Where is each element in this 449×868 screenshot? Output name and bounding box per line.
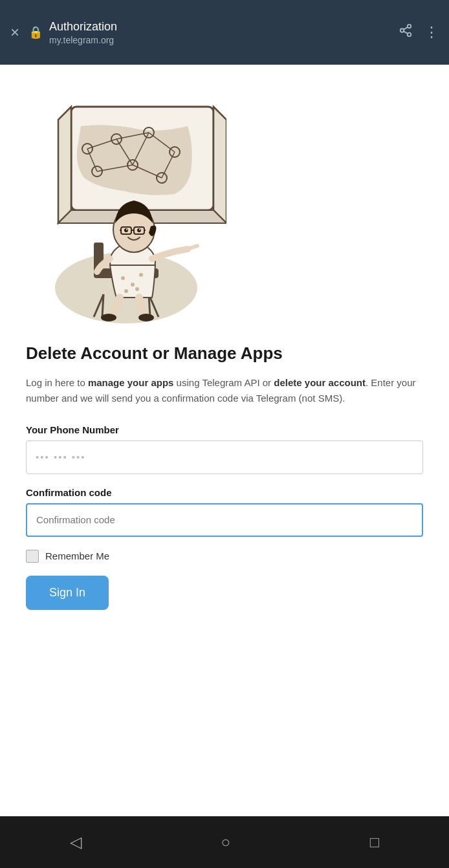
- home-nav-icon[interactable]: ○: [221, 833, 230, 851]
- desc-text-2: using Telegram API or: [173, 377, 274, 388]
- browser-title: Authorization: [49, 19, 399, 34]
- desc-text-1: Log in here to: [26, 377, 88, 388]
- svg-point-35: [101, 314, 116, 321]
- svg-point-45: [137, 228, 141, 232]
- svg-point-33: [124, 289, 128, 293]
- page-title: Delete Account or Manage Apps: [26, 343, 423, 365]
- main-content: Delete Account or Manage Apps Log in her…: [0, 65, 449, 816]
- svg-point-32: [139, 273, 143, 277]
- phone-label: Your Phone Number: [26, 424, 423, 435]
- svg-point-34: [135, 287, 139, 291]
- remember-me-row: Remember Me: [26, 550, 423, 563]
- desc-bold-1: manage your apps: [88, 377, 174, 388]
- svg-point-47: [139, 229, 140, 230]
- svg-line-3: [404, 31, 408, 34]
- confirmation-label: Confirmation code: [26, 487, 423, 498]
- svg-line-25: [102, 294, 104, 317]
- phone-field-group: Your Phone Number: [26, 424, 423, 474]
- more-icon[interactable]: ⋮: [424, 24, 439, 41]
- share-icon[interactable]: [399, 23, 413, 41]
- close-icon[interactable]: ×: [10, 23, 19, 41]
- svg-point-44: [124, 228, 128, 232]
- browser-title-group: Authorization my.telegram.org: [49, 19, 399, 45]
- confirmation-field-group: Confirmation code: [26, 487, 423, 537]
- svg-point-31: [131, 283, 135, 287]
- remember-me-checkbox[interactable]: [26, 550, 39, 563]
- illustration-container: [32, 84, 423, 330]
- remember-me-label[interactable]: Remember Me: [45, 550, 109, 561]
- browser-actions: ⋮: [399, 23, 439, 41]
- phone-input[interactable]: [26, 440, 423, 474]
- lock-icon: 🔒: [28, 25, 43, 39]
- back-nav-icon[interactable]: ◁: [70, 833, 82, 851]
- illustration: [32, 84, 226, 330]
- browser-url: my.telegram.org: [49, 35, 399, 45]
- description: Log in here to manage your apps using Te…: [26, 375, 423, 406]
- svg-point-30: [121, 276, 125, 280]
- browser-bar: × 🔒 Authorization my.telegram.org ⋮: [0, 0, 449, 65]
- desc-bold-2: delete your account: [274, 377, 366, 388]
- svg-point-36: [138, 314, 154, 321]
- svg-line-4: [404, 27, 408, 30]
- svg-point-46: [126, 229, 127, 230]
- confirmation-input[interactable]: [26, 503, 423, 537]
- bottom-nav: ◁ ○ □: [0, 816, 449, 868]
- sign-in-button[interactable]: Sign In: [26, 576, 109, 610]
- recents-nav-icon[interactable]: □: [370, 833, 380, 851]
